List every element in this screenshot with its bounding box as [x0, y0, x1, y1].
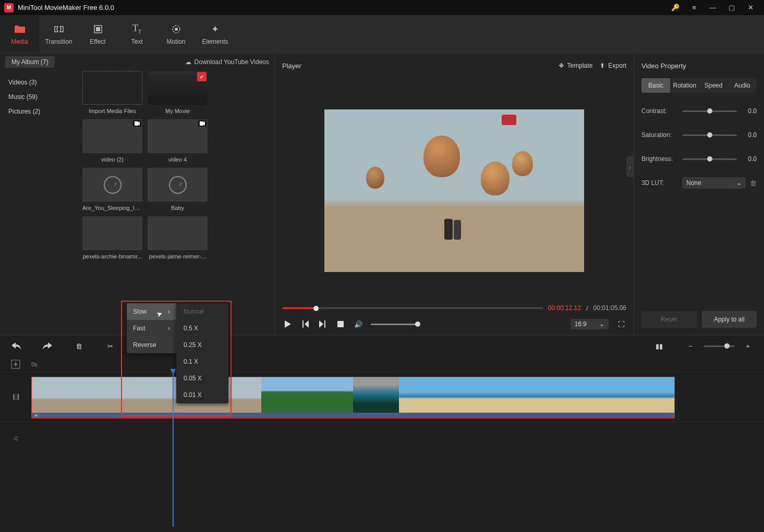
export-button[interactable]: ⬆Export	[600, 62, 626, 69]
playhead[interactable]	[173, 372, 174, 527]
nav-elements[interactable]: ✦ Elements	[196, 16, 235, 53]
brightness-value: 0.0	[741, 155, 757, 163]
media-sidebar: Videos (3) Music (59) Pictures (2)	[0, 71, 78, 335]
template-button[interactable]: ❖Template	[559, 62, 593, 69]
saturation-value: 0.0	[741, 131, 757, 139]
undo-button[interactable]	[8, 338, 24, 354]
lut-select[interactable]: None⌄	[682, 177, 746, 189]
chevron-down-icon: ⌄	[599, 320, 604, 328]
clip-thumb[interactable]	[583, 377, 628, 415]
contrast-slider[interactable]	[682, 110, 737, 112]
clip-thumb[interactable]	[399, 377, 445, 415]
nav-motion[interactable]: Motion	[156, 16, 196, 53]
apply-all-button[interactable]: Apply to all	[702, 311, 757, 328]
clip-thumb[interactable]	[78, 377, 124, 415]
timeline-toolbar: 🗑 ✂ ▮▮ − +	[0, 336, 764, 356]
music-note-icon	[169, 176, 187, 194]
clip-thumb[interactable]	[537, 377, 583, 415]
speed-0-25x[interactable]: 0.25 X	[176, 337, 228, 353]
add-track-button[interactable]	[9, 358, 22, 370]
tab-audio[interactable]: Audio	[728, 78, 757, 93]
timeline-ruler[interactable]: 0s	[0, 356, 764, 372]
video-track[interactable]: 🎞 🔈	[0, 372, 764, 422]
nav-text[interactable]: TT Text	[117, 16, 156, 53]
media-item[interactable]: ✔ My Movie	[148, 71, 208, 114]
download-label: Download YouTube Videos	[195, 58, 269, 66]
speed-0-01x[interactable]: 0.01 X	[176, 387, 228, 403]
clip-thumb[interactable]	[124, 377, 169, 415]
sidebar-videos[interactable]: Videos (3)	[0, 75, 78, 90]
clip-thumb[interactable]	[353, 377, 399, 415]
maximize-button[interactable]: ▢	[722, 0, 741, 16]
album-selector[interactable]: My Album (7)	[5, 56, 55, 68]
aspect-ratio-select[interactable]: 16:9⌄	[571, 319, 609, 329]
clip-thumb[interactable]	[445, 377, 491, 415]
reset-button[interactable]: Reset	[641, 311, 697, 328]
delete-button[interactable]: 🗑	[71, 338, 87, 354]
video-thumb	[148, 119, 208, 153]
import-thumb	[82, 71, 142, 105]
fullscreen-button[interactable]: ⛶	[616, 319, 626, 329]
clip-thumb[interactable]	[491, 377, 537, 415]
redo-button[interactable]	[40, 338, 55, 354]
speed-reverse[interactable]: Reverse	[127, 337, 176, 353]
sidebar-pictures[interactable]: Pictures (2)	[0, 104, 78, 119]
speed-slow[interactable]: Slow›	[127, 303, 176, 320]
media-item[interactable]: pexels-archie-binamir...	[82, 216, 142, 259]
audio-thumb	[82, 168, 142, 202]
brightness-slider[interactable]	[682, 158, 737, 160]
speed-0-1x[interactable]: 0.1 X	[176, 353, 228, 370]
zoom-slider[interactable]	[704, 345, 735, 347]
media-label: pexels-jaime-reimer-...	[149, 253, 206, 259]
volume-slider[interactable]	[371, 324, 418, 325]
progress-knob[interactable]	[313, 306, 319, 311]
nav-media[interactable]: Media	[0, 16, 39, 53]
zoom-in-button[interactable]: +	[740, 338, 756, 354]
tab-speed[interactable]: Speed	[699, 78, 728, 93]
minimize-button[interactable]: —	[704, 0, 722, 16]
stop-button[interactable]	[335, 319, 346, 329]
media-item[interactable]: pexels-jaime-reimer-...	[148, 216, 208, 259]
speed-0-5x[interactable]: 0.5 X	[176, 320, 228, 337]
media-item[interactable]: video (2)	[82, 119, 142, 163]
sidebar-music[interactable]: Music (59)	[0, 90, 78, 104]
clip-thumb[interactable]	[261, 377, 307, 415]
speed-menu: Slow› Fast› Reverse	[127, 303, 176, 353]
clip-audio-strip: 🔈	[32, 413, 674, 418]
play-button[interactable]	[282, 319, 293, 329]
download-youtube-button[interactable]: ☁ Download YouTube Videos	[185, 58, 269, 66]
clip-thumb[interactable]	[628, 377, 674, 415]
next-frame-button[interactable]	[318, 319, 328, 329]
close-button[interactable]: ✕	[741, 0, 760, 16]
media-item-import[interactable]: Import Media Files	[82, 71, 142, 114]
clip-thumb[interactable]	[307, 377, 353, 415]
panel-collapse-handle[interactable]: ›	[626, 156, 634, 177]
video-preview[interactable]	[324, 109, 584, 272]
image-thumb	[148, 216, 208, 250]
trash-icon[interactable]: 🗑	[750, 179, 757, 187]
clip-thumb[interactable]	[32, 377, 78, 415]
fit-button[interactable]: ▮▮	[651, 338, 667, 354]
zoom-out-button[interactable]: −	[683, 338, 698, 354]
tab-basic[interactable]: Basic	[641, 78, 670, 93]
nav-label: Motion	[166, 38, 185, 45]
speed-0-05x[interactable]: 0.05 X	[176, 370, 228, 387]
media-item[interactable]: video 4	[148, 119, 208, 163]
speed-fast[interactable]: Fast›	[127, 320, 176, 337]
app-logo: M	[4, 3, 14, 13]
hamburger-menu-icon[interactable]: ≡	[685, 0, 704, 16]
media-item[interactable]: Are_You_Sleeping_In...	[82, 168, 142, 211]
prev-frame-button[interactable]	[300, 319, 310, 329]
volume-icon[interactable]: 🔊	[353, 319, 363, 329]
speed-normal[interactable]: Normal	[176, 303, 228, 320]
split-button[interactable]: ✂	[102, 338, 118, 354]
saturation-slider[interactable]	[682, 134, 737, 136]
tab-rotation[interactable]: Rotation	[670, 78, 699, 93]
license-key-icon[interactable]: 🔑	[666, 0, 685, 16]
progress-bar[interactable]: 00:00:12.12 / 00:01:05.06	[275, 303, 634, 313]
nav-transition[interactable]: Transition	[39, 16, 78, 53]
media-item[interactable]: Baby	[148, 168, 208, 211]
video-clips[interactable]: 🔈	[31, 377, 675, 418]
nav-effect[interactable]: Effect	[78, 16, 117, 53]
audio-track[interactable]: ♫	[0, 422, 764, 453]
